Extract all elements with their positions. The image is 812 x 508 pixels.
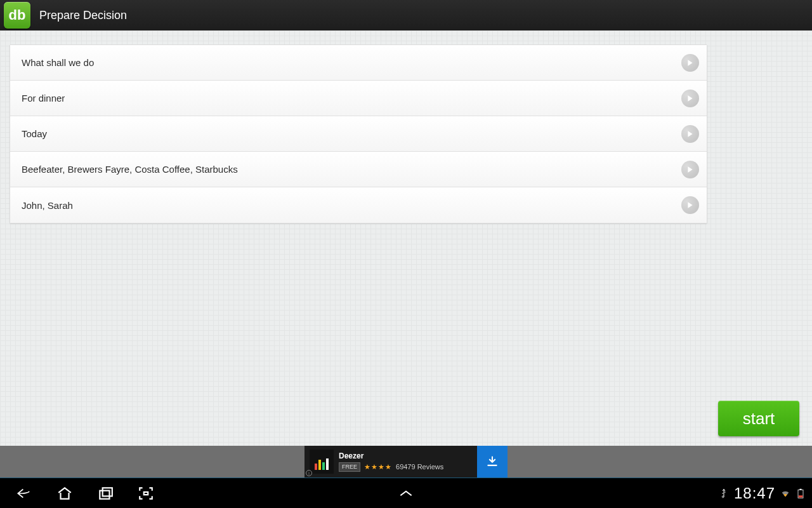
- ad-banner[interactable]: i Deezer FREE ★★★★ 69479 Reviews: [304, 446, 508, 478]
- ad-price-badge: FREE: [339, 462, 360, 472]
- home-button[interactable]: [44, 478, 85, 509]
- list-item[interactable]: Today: [10, 116, 707, 152]
- play-icon: [681, 196, 699, 214]
- list-item-label: What shall we do: [22, 57, 681, 68]
- status-clock: 18:47: [734, 485, 775, 502]
- app-icon[interactable]: db: [4, 2, 30, 29]
- list-item[interactable]: For dinner: [10, 81, 707, 116]
- system-navbar: 18:47: [0, 478, 812, 508]
- action-bar: db Prepare Decision: [0, 0, 812, 30]
- ad-thumbnail: [310, 450, 334, 474]
- svg-rect-4: [799, 495, 802, 497]
- list-item-label: Today: [22, 128, 681, 139]
- content-area: What shall we do For dinner Today Beefea…: [0, 30, 812, 446]
- back-button[interactable]: [4, 478, 44, 509]
- list-item-label: For dinner: [22, 93, 681, 104]
- play-icon: [681, 54, 699, 72]
- ad-info-icon[interactable]: i: [306, 470, 312, 476]
- page-title: Prepare Decision: [39, 9, 127, 22]
- recent-apps-button[interactable]: [85, 478, 126, 509]
- app-icon-text: db: [9, 7, 26, 23]
- battery-icon: [796, 488, 806, 498]
- ad-stars: ★★★★: [364, 463, 392, 471]
- list-item-label: Beefeater, Brewers Fayre, Costa Coffee, …: [22, 164, 681, 175]
- list-item[interactable]: What shall we do: [10, 45, 707, 81]
- ad-text: Deezer FREE ★★★★ 69479 Reviews: [339, 451, 443, 471]
- list-item[interactable]: John, Sarah: [10, 187, 707, 223]
- start-button[interactable]: start: [718, 401, 799, 436]
- svg-rect-3: [799, 488, 801, 490]
- ad-reviews: 69479 Reviews: [396, 463, 443, 471]
- decision-list: What shall we do For dinner Today Beefea…: [10, 44, 707, 224]
- play-icon: [681, 125, 699, 143]
- screenshot-button[interactable]: [126, 478, 166, 509]
- usb-icon: [719, 488, 729, 498]
- expand-button[interactable]: [387, 478, 425, 509]
- svg-rect-1: [103, 488, 112, 496]
- ad-banner-bar: i Deezer FREE ★★★★ 69479 Reviews: [0, 446, 812, 478]
- start-button-label: start: [743, 409, 775, 429]
- svg-rect-0: [100, 490, 109, 498]
- play-icon: [681, 90, 699, 107]
- ad-title: Deezer: [339, 451, 443, 460]
- wifi-icon: [780, 488, 790, 498]
- ad-download-button[interactable]: [477, 446, 508, 478]
- list-item-label: John, Sarah: [22, 200, 681, 211]
- play-icon: [681, 161, 699, 178]
- list-item[interactable]: Beefeater, Brewers Fayre, Costa Coffee, …: [10, 152, 707, 187]
